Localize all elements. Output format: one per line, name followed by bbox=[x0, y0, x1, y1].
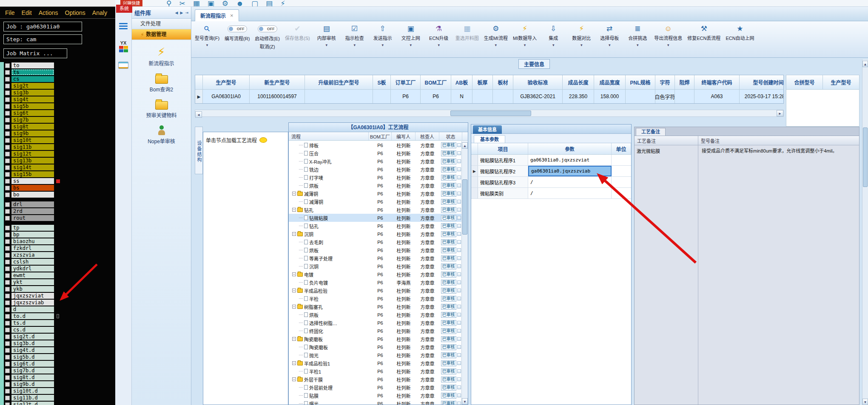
layer-checkbox[interactable] bbox=[5, 341, 10, 346]
layer-checkbox[interactable] bbox=[5, 232, 10, 237]
layer-checkbox[interactable] bbox=[5, 216, 10, 221]
flow-row[interactable]: 减薄铜P6杜列新方章章已审核 bbox=[289, 198, 461, 206]
scroll-left-icon[interactable]: ◄ bbox=[195, 111, 202, 118]
status-badge[interactable]: 已审核 bbox=[441, 288, 456, 294]
toolbar-button[interactable]: ⚡数据对比▾ bbox=[567, 24, 595, 47]
status-dropdown-button[interactable] bbox=[457, 305, 461, 309]
flow-row[interactable]: 选择性树脂…P6杜列新方章章已审核 bbox=[289, 319, 461, 327]
dropdown-caret-icon[interactable]: ▾ bbox=[637, 43, 639, 47]
flow-row[interactable]: −沉铜P6杜列新方章章已审核 bbox=[289, 230, 461, 238]
status-dropdown-button[interactable] bbox=[457, 385, 461, 389]
layer-checkbox[interactable] bbox=[5, 280, 10, 285]
flow-row[interactable]: 烘板P6杜列新方章章已审核 bbox=[289, 311, 461, 319]
flow-row[interactable]: −外层干膜P6杜列新方章章已审核 bbox=[289, 375, 461, 383]
status-badge[interactable]: 已审核 bbox=[441, 150, 456, 156]
status-badge[interactable]: 已审核 bbox=[441, 183, 456, 189]
grid-column-header[interactable]: 板材 bbox=[493, 75, 513, 90]
status-badge[interactable]: 已审核 bbox=[441, 175, 456, 181]
sidebar-item[interactable]: ⚡新流程指示 bbox=[132, 46, 191, 67]
layer-chip[interactable]: sig3b bbox=[11, 90, 54, 96]
layer-chip[interactable]: cslsh bbox=[11, 259, 54, 265]
layer-chip[interactable]: sig10t bbox=[11, 137, 54, 143]
layer-chip[interactable]: sig6t.d bbox=[11, 361, 54, 367]
layer-chip[interactable]: sig2t bbox=[11, 83, 54, 89]
flow-row[interactable]: 负片电镀P6李海燕方章章已审核 bbox=[289, 278, 461, 286]
collapse-icon[interactable]: − bbox=[292, 361, 296, 365]
status-badge[interactable]: 已审核 bbox=[441, 247, 456, 253]
param-value[interactable]: ga06301ia0.jqxzszviat bbox=[528, 155, 612, 165]
layer-checkbox[interactable] bbox=[5, 152, 10, 156]
grid-cell[interactable] bbox=[373, 90, 391, 104]
dropdown-caret-icon[interactable]: ▾ bbox=[381, 43, 384, 47]
flow-node[interactable]: −树脂塞孔 bbox=[289, 303, 369, 311]
printer-icon[interactable]: ▤ bbox=[266, 0, 273, 6]
layer-chip[interactable]: sig11b.d bbox=[11, 395, 54, 401]
next-icon[interactable]: ▶ bbox=[180, 11, 183, 15]
collapse-icon[interactable]: − bbox=[292, 232, 296, 236]
status-dropdown-button[interactable] bbox=[457, 216, 461, 220]
grid-column-header[interactable]: 验收标准 bbox=[513, 75, 563, 90]
flow-row[interactable]: −减薄铜P6杜列新方章章已审核 bbox=[289, 190, 461, 198]
status-dropdown-button[interactable] bbox=[457, 143, 461, 147]
flow-row[interactable]: −半成品检验1P6杜列新方章章已审核 bbox=[289, 359, 461, 367]
dropdown-caret-icon[interactable]: ▾ bbox=[353, 43, 356, 47]
layer-checkbox[interactable] bbox=[5, 260, 10, 264]
flow-node[interactable]: 外层前处理 bbox=[289, 383, 369, 391]
param-row[interactable]: 微粘膜钻孔程序3/ bbox=[471, 177, 631, 188]
layer-checkbox[interactable] bbox=[5, 287, 10, 292]
collapse-icon[interactable]: − bbox=[292, 192, 296, 195]
layer-chip[interactable]: to bbox=[11, 62, 54, 68]
flow-node[interactable]: 终固化 bbox=[289, 327, 369, 335]
status-badge[interactable]: 已审核 bbox=[441, 401, 456, 405]
flow-node[interactable]: 陶瓷磨板 bbox=[289, 343, 369, 351]
close-icon[interactable]: × bbox=[230, 12, 233, 19]
layer-chip[interactable]: ydkdrl bbox=[11, 266, 54, 272]
status-dropdown-button[interactable] bbox=[457, 280, 461, 284]
flow-row[interactable]: 去毛刺P6杜列新方章章已审核 bbox=[289, 238, 461, 246]
status-badge[interactable]: 已审核 bbox=[441, 360, 456, 366]
layer-chip[interactable]: biaozhu bbox=[11, 238, 54, 244]
toolbar-button[interactable]: ⚡MI数据导入▾ bbox=[510, 24, 539, 47]
layer-chip[interactable]: sig8t bbox=[11, 124, 54, 130]
dropdown-caret-icon[interactable]: ▾ bbox=[581, 43, 583, 47]
status-badge[interactable]: 已审核 bbox=[441, 304, 456, 310]
flow-row[interactable]: 烘板P6杜列新方章章已审核 bbox=[289, 181, 461, 190]
dropdown-caret-icon[interactable]: ▾ bbox=[325, 43, 327, 47]
layer-checkbox[interactable] bbox=[5, 111, 10, 116]
toolbar-button[interactable]: ☺导出流程信息▾ bbox=[652, 24, 685, 47]
dropdown-caret-icon[interactable]: ▾ bbox=[206, 43, 208, 47]
layer-chip[interactable]: cs.d bbox=[11, 327, 54, 333]
flow-scrollbar[interactable]: ▲ ▼ bbox=[461, 141, 468, 405]
layer-checkbox[interactable] bbox=[5, 382, 10, 387]
toggle-off[interactable]: OFF bbox=[228, 25, 247, 32]
toolbar-button[interactable]: OFF启动修改(E)取消(Z) bbox=[252, 24, 282, 50]
layer-chip[interactable]: ts bbox=[11, 69, 54, 75]
toggle-off[interactable]: OFF bbox=[258, 25, 277, 32]
toolbar-button[interactable]: ▤内部审核▾ bbox=[313, 24, 341, 47]
status-dropdown-button[interactable] bbox=[457, 313, 461, 317]
flow-column-header[interactable]: 核查人 bbox=[416, 132, 439, 140]
layer-chip[interactable]: to.d bbox=[11, 313, 54, 319]
grid-cell[interactable]: 白色字符 bbox=[655, 90, 675, 104]
sidebar-item[interactable]: Bom查询2 bbox=[132, 73, 191, 93]
menu-item-actions[interactable]: Actions bbox=[39, 9, 58, 16]
layer-chip[interactable]: sig5b bbox=[11, 103, 54, 109]
status-badge[interactable]: 已审核 bbox=[441, 377, 456, 382]
collapse-icon[interactable]: − bbox=[292, 337, 296, 341]
grid-icon[interactable]: ▦ bbox=[193, 0, 200, 6]
layer-chip[interactable]: sig13b bbox=[11, 158, 54, 164]
layer-chip[interactable]: sig2t.d bbox=[11, 334, 54, 340]
toolbar-button[interactable]: ▦重选开料图 bbox=[453, 24, 481, 41]
status-badge[interactable]: 已审核 bbox=[441, 231, 456, 237]
status-dropdown-button[interactable] bbox=[457, 337, 461, 341]
scrollbar-thumb[interactable] bbox=[462, 179, 467, 235]
status-dropdown-button[interactable] bbox=[457, 402, 461, 405]
flow-node[interactable]: 烘板 bbox=[289, 181, 369, 190]
card-icon[interactable] bbox=[118, 62, 128, 69]
layer-chip[interactable]: sig8t.d bbox=[11, 374, 54, 380]
grid-cell[interactable] bbox=[675, 90, 694, 104]
toolbar-button[interactable]: ⇩集成▾ bbox=[539, 24, 567, 47]
scroll-down-icon[interactable]: ▼ bbox=[462, 398, 468, 405]
status-dropdown-button[interactable] bbox=[457, 151, 461, 155]
layer-checkbox[interactable] bbox=[5, 131, 10, 136]
